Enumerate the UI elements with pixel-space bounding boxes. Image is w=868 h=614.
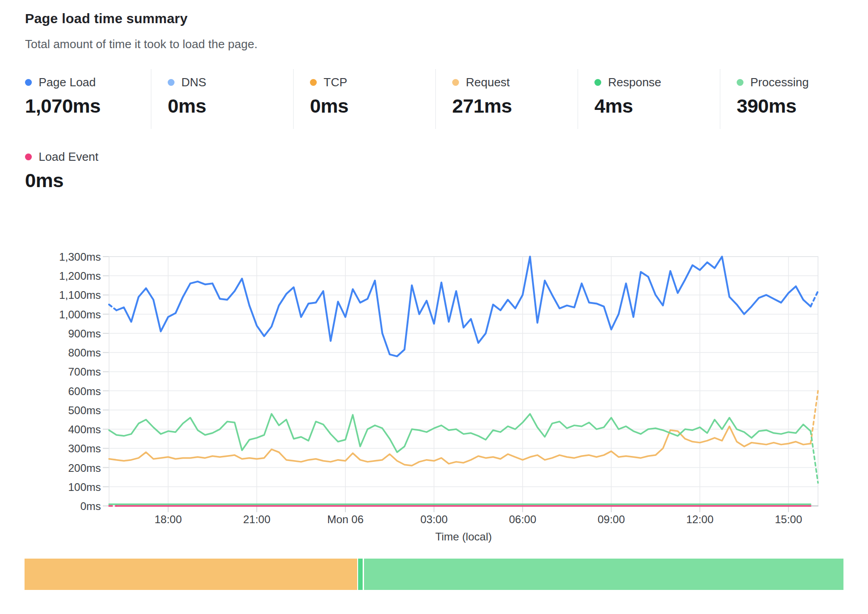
- load-time-chart[interactable]: 0ms100ms200ms300ms400ms500ms600ms700ms80…: [0, 245, 868, 563]
- stat-label: TCP: [324, 75, 347, 89]
- stat-tcp[interactable]: TCP 0ms: [293, 69, 435, 129]
- stat-load-event[interactable]: Load Event 0ms: [25, 150, 99, 192]
- processing-legend-dot-icon: [737, 79, 743, 86]
- svg-text:1,300ms: 1,300ms: [59, 251, 101, 263]
- svg-text:1,200ms: 1,200ms: [59, 270, 101, 282]
- svg-text:03:00: 03:00: [420, 513, 448, 525]
- status-segment-degraded[interactable]: [25, 559, 357, 590]
- stat-page-load[interactable]: Page Load 1,070ms: [25, 69, 151, 129]
- stat-request[interactable]: Request 271ms: [435, 69, 578, 129]
- series-page-load: [116, 257, 811, 357]
- svg-text:300ms: 300ms: [68, 442, 101, 455]
- stat-value: 4ms: [594, 95, 720, 117]
- request-legend-dot-icon: [452, 79, 459, 86]
- svg-text:18:00: 18:00: [155, 513, 182, 525]
- svg-text:700ms: 700ms: [68, 366, 101, 378]
- svg-text:1,000ms: 1,000ms: [59, 308, 101, 321]
- tcp-legend-dot-icon: [310, 79, 317, 86]
- svg-text:12:00: 12:00: [686, 513, 713, 525]
- page-load-summary-panel: Page load time summary Total amount of t…: [0, 0, 868, 614]
- page-title: Page load time summary: [25, 11, 188, 26]
- response-legend-dot-icon: [594, 79, 601, 86]
- svg-text:200ms: 200ms: [68, 462, 101, 474]
- svg-text:900ms: 900ms: [68, 327, 101, 340]
- dns-legend-dot-icon: [168, 79, 175, 86]
- svg-text:0ms: 0ms: [80, 500, 101, 512]
- svg-text:400ms: 400ms: [68, 423, 101, 436]
- svg-text:600ms: 600ms: [68, 385, 101, 397]
- status-bar[interactable]: [25, 559, 843, 590]
- stat-label: Request: [466, 75, 510, 89]
- stat-value: 0ms: [25, 169, 99, 192]
- svg-text:800ms: 800ms: [68, 347, 101, 359]
- stat-label: Load Event: [39, 150, 99, 164]
- svg-text:15:00: 15:00: [775, 513, 802, 525]
- stat-label: Page Load: [39, 75, 96, 89]
- x-axis-title: Time (local): [435, 530, 492, 543]
- page-subtitle: Total amount of time it took to load the…: [25, 37, 258, 51]
- svg-text:100ms: 100ms: [68, 481, 101, 493]
- stat-value: 390ms: [737, 95, 862, 117]
- stat-label: DNS: [181, 75, 206, 89]
- metric-summary-row: Page Load 1,070ms DNS 0ms TCP 0ms Reques…: [25, 69, 862, 129]
- series-processing: [109, 414, 811, 452]
- stat-label: Processing: [750, 75, 809, 89]
- stat-value: 271ms: [452, 95, 578, 117]
- stat-dns[interactable]: DNS 0ms: [151, 69, 293, 129]
- svg-text:Mon 06: Mon 06: [327, 513, 364, 525]
- stat-value: 0ms: [310, 95, 435, 117]
- svg-text:06:00: 06:00: [509, 513, 536, 525]
- stat-label: Response: [608, 75, 661, 89]
- svg-text:500ms: 500ms: [68, 404, 101, 416]
- status-segment-passing[interactable]: [358, 559, 363, 590]
- svg-text:1,100ms: 1,100ms: [59, 289, 101, 301]
- stat-processing[interactable]: Processing 390ms: [720, 69, 862, 129]
- status-segment-passing[interactable]: [364, 559, 843, 590]
- load-event-legend-dot-icon: [25, 154, 32, 160]
- page-load-legend-dot-icon: [25, 79, 32, 86]
- stat-value: 0ms: [168, 95, 293, 117]
- load-time-chart-canvas[interactable]: 0ms100ms200ms300ms400ms500ms600ms700ms80…: [0, 245, 868, 563]
- svg-text:09:00: 09:00: [598, 513, 625, 525]
- stat-value: 1,070ms: [25, 95, 151, 117]
- svg-text:21:00: 21:00: [243, 513, 270, 525]
- stat-response[interactable]: Response 4ms: [578, 69, 720, 129]
